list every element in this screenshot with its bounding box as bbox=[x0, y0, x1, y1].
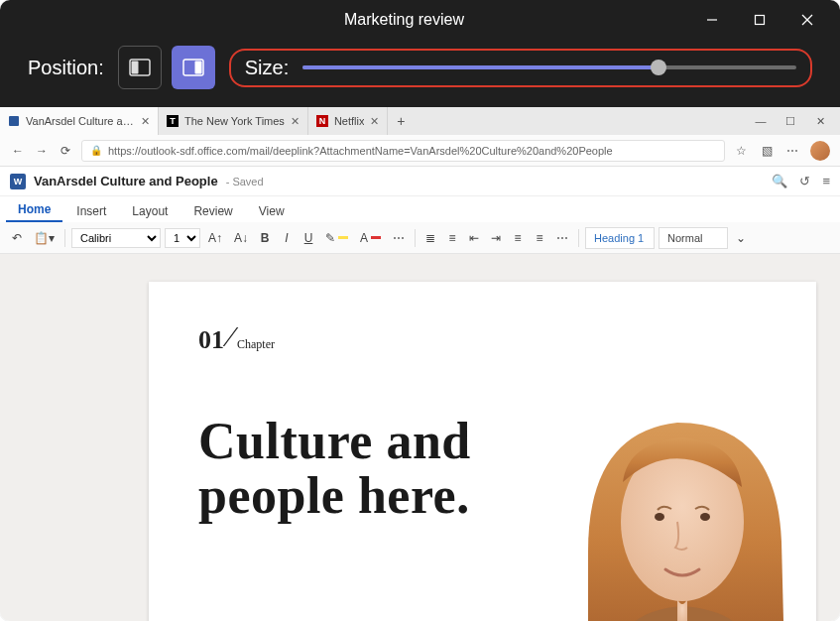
ribbon-tab-layout[interactable]: Layout bbox=[120, 200, 180, 222]
chapter-marker: 01 ∕ Chapter bbox=[198, 321, 767, 355]
browser-window: VanArsdel Culture and peo... ✕ T The New… bbox=[0, 107, 840, 621]
size-slider[interactable] bbox=[302, 58, 796, 77]
tab-close-icon[interactable]: ✕ bbox=[370, 115, 379, 128]
chapter-label: Chapter bbox=[237, 337, 275, 355]
paste-icon[interactable]: 📋▾ bbox=[30, 227, 59, 249]
url-text: https://outlook-sdf.office.com/mail/deep… bbox=[108, 145, 716, 157]
document-canvas: 01 ∕ Chapter Culture and people here. bbox=[0, 254, 840, 621]
tab-title: VanArsdel Culture and peo... bbox=[26, 115, 135, 127]
styles-dropdown-icon[interactable]: ⌄ bbox=[732, 227, 750, 249]
new-tab-button[interactable]: + bbox=[388, 113, 414, 129]
bullets-icon[interactable]: ≣ bbox=[421, 227, 439, 249]
font-color-icon[interactable]: A bbox=[356, 227, 385, 249]
underline-button[interactable]: U bbox=[300, 227, 317, 249]
history-icon[interactable]: ↺ bbox=[799, 174, 810, 188]
overlay-title: Marketing review bbox=[0, 11, 689, 29]
position-label: Position: bbox=[28, 57, 104, 79]
minimize-button[interactable] bbox=[689, 4, 735, 36]
tab-close-icon[interactable]: ✕ bbox=[141, 115, 150, 128]
size-label: Size: bbox=[245, 57, 289, 79]
font-size-select[interactable]: 11 bbox=[165, 228, 200, 248]
indent-decrease-icon[interactable]: ⇤ bbox=[465, 227, 483, 249]
align-left-icon[interactable]: ≡ bbox=[509, 227, 527, 249]
browser-tab[interactable]: N Netflix ✕ bbox=[308, 107, 389, 135]
shrink-font-icon[interactable]: A↓ bbox=[230, 227, 252, 249]
tab-close-icon[interactable]: ✕ bbox=[291, 115, 300, 128]
position-right-button[interactable] bbox=[172, 46, 215, 89]
numbering-icon[interactable]: ≡ bbox=[443, 227, 461, 249]
italic-button[interactable]: I bbox=[278, 227, 296, 249]
bold-button[interactable]: B bbox=[256, 227, 274, 249]
lock-icon: 🔒 bbox=[90, 145, 102, 156]
more-font-icon[interactable]: ⋯ bbox=[389, 227, 409, 249]
size-control-group: Size: bbox=[229, 49, 812, 87]
svg-point-10 bbox=[700, 513, 710, 521]
browser-minimize-button[interactable]: — bbox=[747, 111, 775, 131]
document-header: W VanArsdel Culture and People - Saved 🔍… bbox=[0, 167, 840, 196]
extensions-icon[interactable]: ▧ bbox=[759, 143, 775, 159]
highlight-icon[interactable]: ✎ bbox=[321, 227, 352, 249]
nyt-favicon-icon: T bbox=[167, 115, 179, 127]
profile-avatar[interactable] bbox=[810, 141, 830, 161]
back-icon[interactable]: ← bbox=[10, 143, 26, 159]
grow-font-icon[interactable]: A↑ bbox=[204, 227, 226, 249]
browser-tab-strip: VanArsdel Culture and peo... ✕ T The New… bbox=[0, 107, 840, 135]
document-title: VanArsdel Culture and People bbox=[34, 174, 218, 188]
ribbon-tabs: Home Insert Layout Review View bbox=[0, 196, 840, 222]
align-center-icon[interactable]: ≡ bbox=[531, 227, 548, 249]
search-icon[interactable]: 🔍 bbox=[772, 174, 787, 188]
tab-title: Netflix bbox=[334, 115, 365, 127]
window-controls bbox=[689, 4, 840, 36]
word-favicon-icon bbox=[8, 115, 20, 127]
browser-tab[interactable]: VanArsdel Culture and peo... ✕ bbox=[0, 107, 159, 135]
menu-icon[interactable]: ⋯ bbox=[784, 143, 800, 159]
ribbon-tab-insert[interactable]: Insert bbox=[64, 200, 118, 222]
font-family-select[interactable]: Calibri bbox=[71, 228, 161, 248]
indent-increase-icon[interactable]: ⇥ bbox=[487, 227, 505, 249]
overlay-header: Marketing review Position: Size: bbox=[0, 0, 840, 107]
chapter-number: 01 bbox=[198, 325, 224, 355]
style-normal[interactable]: Normal bbox=[659, 227, 728, 249]
svg-rect-1 bbox=[756, 16, 765, 25]
browser-close-button[interactable]: ✕ bbox=[806, 111, 834, 131]
svg-point-9 bbox=[655, 513, 664, 521]
chapter-slash-icon: ∕ bbox=[228, 319, 233, 353]
document-page[interactable]: 01 ∕ Chapter Culture and people here. bbox=[149, 282, 816, 621]
undo-icon[interactable]: ↶ bbox=[8, 227, 26, 249]
position-left-button[interactable] bbox=[118, 46, 162, 89]
tab-title: The New York Times bbox=[184, 115, 285, 127]
url-input[interactable]: 🔒 https://outlook-sdf.office.com/mail/de… bbox=[81, 140, 725, 162]
style-heading1[interactable]: Heading 1 bbox=[585, 227, 655, 249]
netflix-favicon-icon: N bbox=[316, 115, 328, 127]
refresh-icon[interactable]: ⟳ bbox=[58, 143, 73, 159]
more-para-icon[interactable]: ⋯ bbox=[552, 227, 572, 249]
ribbon-tab-home[interactable]: Home bbox=[6, 198, 62, 222]
browser-maximize-button[interactable]: ☐ bbox=[777, 111, 804, 131]
maximize-button[interactable] bbox=[737, 4, 782, 36]
forward-icon[interactable]: → bbox=[34, 143, 50, 159]
ribbon-tab-view[interactable]: View bbox=[247, 200, 297, 222]
svg-rect-5 bbox=[131, 62, 138, 74]
hero-portrait-image bbox=[529, 373, 816, 621]
address-bar: ← → ⟳ 🔒 https://outlook-sdf.office.com/m… bbox=[0, 135, 840, 167]
document-save-status: - Saved bbox=[226, 176, 264, 187]
ribbon-toolbar: ↶ 📋▾ Calibri 11 A↑ A↓ B I U ✎ A ⋯ ≣ ≡ ⇤ … bbox=[0, 222, 840, 254]
ribbon-tab-review[interactable]: Review bbox=[181, 200, 244, 222]
word-app-icon: W bbox=[10, 174, 26, 189]
close-button[interactable] bbox=[784, 4, 830, 36]
favorite-icon[interactable]: ☆ bbox=[733, 143, 749, 159]
browser-tab[interactable]: T The New York Times ✕ bbox=[159, 107, 308, 135]
svg-rect-7 bbox=[194, 62, 201, 74]
doc-menu-icon[interactable]: ≡ bbox=[822, 174, 830, 188]
